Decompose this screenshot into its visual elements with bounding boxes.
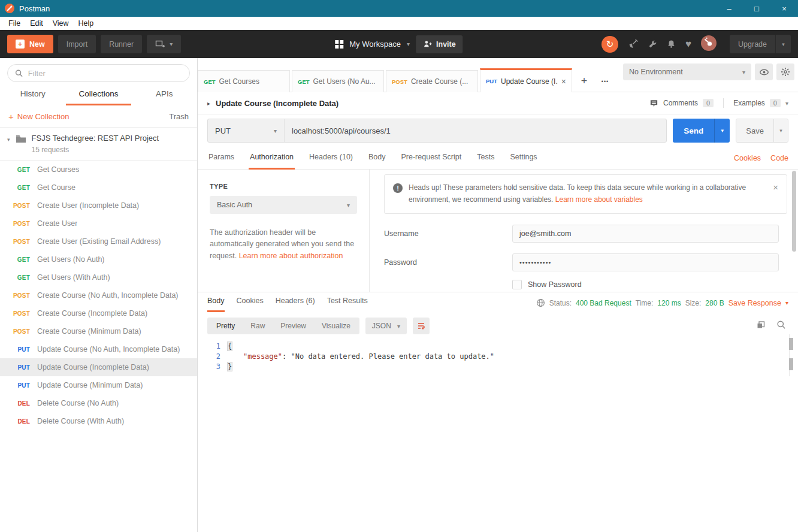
url-input[interactable]: [285, 126, 666, 135]
heart-icon[interactable]: ♥: [685, 38, 691, 50]
expand-caret-icon[interactable]: ▸: [207, 100, 210, 107]
request-item[interactable]: PUT Update Course (Minimum Data): [0, 376, 197, 394]
import-button[interactable]: Import: [58, 35, 96, 53]
maximize-button[interactable]: □: [743, 0, 770, 17]
upgrade-button[interactable]: Upgrade ▾: [730, 35, 791, 53]
environment-selector[interactable]: No Environment ▾: [623, 64, 751, 80]
examples-button[interactable]: Examples: [733, 99, 765, 107]
chevron-down-icon[interactable]: ▾: [407, 41, 410, 47]
sidebar-tab[interactable]: Collections: [66, 89, 132, 105]
auth-type-selector[interactable]: Basic Auth ▾: [210, 196, 357, 214]
request-tab[interactable]: GET Get Users (No Au... ×: [292, 70, 384, 92]
request-name: Get Users (With Auth): [37, 273, 110, 282]
request-item[interactable]: POST Create User (Incomplete Data): [0, 197, 197, 214]
chevron-down-icon[interactable]: ▾: [785, 100, 788, 107]
request-item[interactable]: GET Get Users (No Auth): [0, 250, 197, 268]
tab-body[interactable]: Body: [367, 153, 387, 170]
send-options-button[interactable]: ▾: [714, 119, 730, 143]
request-tab[interactable]: GET Get Courses ×: [198, 70, 290, 92]
wrap-text-button[interactable]: [413, 318, 430, 334]
learn-more-authorization-link[interactable]: Learn more about authorization: [239, 252, 343, 260]
tab-prerequest-script[interactable]: Pre-request Script: [400, 153, 463, 170]
view-preview[interactable]: Preview: [273, 322, 314, 330]
response-tab-cookies[interactable]: Cookies: [237, 297, 264, 312]
collection-item[interactable]: ▾ FSJS Techdegree: REST API Project 15 r…: [0, 128, 197, 161]
request-tab[interactable]: PUT Update Course (I... ×: [480, 68, 572, 92]
request-item[interactable]: PUT Update Course (Incomplete Data): [0, 358, 197, 376]
warning-close-icon[interactable]: ×: [773, 182, 778, 192]
response-format-selector[interactable]: JSON ▾: [365, 318, 407, 334]
save-options-button[interactable]: ▾: [773, 119, 788, 142]
minimize-button[interactable]: –: [715, 0, 743, 17]
response-tab-headers[interactable]: Headers (6): [276, 297, 315, 312]
chevron-down-icon[interactable]: ▾: [775, 35, 791, 53]
response-tab-body[interactable]: Body: [207, 297, 225, 312]
invite-button[interactable]: Invite: [416, 35, 463, 53]
menu-item[interactable]: Help: [74, 17, 99, 30]
request-item[interactable]: POST Create User: [0, 214, 197, 232]
show-password-checkbox[interactable]: [512, 280, 522, 289]
new-tab-button[interactable]: +: [574, 70, 594, 92]
menu-item[interactable]: File: [4, 17, 25, 30]
workspace-selector[interactable]: My Workspace: [349, 40, 401, 49]
tab-close-icon[interactable]: ×: [561, 77, 566, 86]
scrollbar[interactable]: [792, 171, 796, 252]
avatar[interactable]: [701, 35, 717, 53]
environment-settings-button[interactable]: [776, 64, 794, 80]
notifications-bell-icon[interactable]: [667, 40, 676, 49]
save-button[interactable]: Save: [736, 119, 773, 142]
request-item[interactable]: POST Create Course (No Auth, Incomplete …: [0, 286, 197, 304]
cookies-link[interactable]: Cookies: [734, 154, 761, 162]
request-item[interactable]: PUT Update Course (No Auth, Incomplete D…: [0, 340, 197, 358]
password-field[interactable]: [512, 253, 779, 271]
tab-params[interactable]: Params: [207, 153, 235, 170]
request-item[interactable]: POST Create Course (Minimum Data): [0, 322, 197, 340]
time-label: Time:: [636, 299, 654, 307]
trash-button[interactable]: Trash: [169, 112, 189, 121]
new-collection-button[interactable]: + New Collection: [8, 111, 69, 122]
tab-headers[interactable]: Headers (10): [308, 153, 354, 170]
code-link[interactable]: Code: [770, 154, 788, 162]
menu-item[interactable]: View: [48, 17, 74, 30]
sidebar-tab[interactable]: APIs: [131, 89, 197, 105]
filter-input[interactable]: [28, 69, 182, 78]
tab-authorization[interactable]: Authorization: [249, 153, 295, 170]
settings-wrench-icon[interactable]: [648, 40, 657, 49]
sidebar-tab[interactable]: History: [0, 89, 66, 105]
request-item[interactable]: GET Get Users (With Auth): [0, 268, 197, 286]
username-field[interactable]: [512, 225, 779, 243]
save-response-button[interactable]: Save Response ▾: [729, 299, 788, 307]
request-tab[interactable]: POST Create Course (... ×: [386, 70, 478, 92]
workspace-grid-icon: [335, 40, 343, 49]
search-response-button[interactable]: [776, 320, 786, 332]
environment-quick-look-button[interactable]: [755, 64, 773, 80]
request-name: Create Course (Incomplete Data): [37, 309, 147, 318]
request-item[interactable]: POST Create Course (Incomplete Data): [0, 304, 197, 322]
sync-button[interactable]: ↻: [601, 36, 618, 53]
tab-tests[interactable]: Tests: [476, 153, 495, 170]
request-item[interactable]: GET Get Courses: [0, 161, 197, 179]
copy-response-button[interactable]: [756, 320, 766, 332]
response-tab-test-results[interactable]: Test Results: [327, 297, 368, 312]
runner-button[interactable]: Runner: [101, 35, 142, 53]
request-item[interactable]: DEL Delete Course (With Auth): [0, 412, 197, 430]
request-item[interactable]: GET Get Course: [0, 179, 197, 197]
view-visualize[interactable]: Visualize: [314, 322, 358, 330]
request-item[interactable]: POST Create User (Existing Email Address…: [0, 232, 197, 250]
new-window-button[interactable]: ▾: [147, 35, 181, 53]
close-button[interactable]: ×: [770, 0, 798, 17]
collapse-caret-icon[interactable]: ▾: [7, 137, 10, 143]
request-item[interactable]: DEL Delete Course (No Auth): [0, 394, 197, 412]
capture-requests-icon[interactable]: [628, 39, 638, 49]
new-button[interactable]: + New: [7, 35, 53, 53]
comments-button[interactable]: Comments: [663, 99, 698, 107]
learn-more-variables-link[interactable]: Learn more about variables: [555, 195, 643, 204]
tab-settings[interactable]: Settings: [509, 153, 538, 170]
view-raw[interactable]: Raw: [243, 322, 273, 330]
method-selector[interactable]: PUT ▾: [208, 119, 285, 142]
tab-options-button[interactable]: •••: [594, 70, 616, 92]
view-pretty[interactable]: Pretty: [208, 322, 243, 330]
menu-item[interactable]: Edit: [25, 17, 48, 30]
response-scrollbar[interactable]: [789, 338, 793, 379]
send-button[interactable]: Send: [673, 119, 714, 143]
